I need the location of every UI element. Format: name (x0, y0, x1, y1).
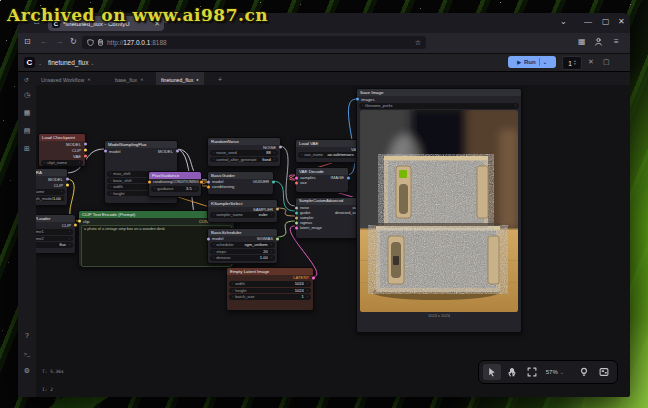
output-port[interactable] (66, 184, 69, 187)
widget-sampler-name[interactable]: sampler_nameeuler (210, 212, 275, 218)
widget-height[interactable]: height1024 (229, 288, 311, 294)
bookmark-star-icon[interactable]: ☆ (415, 39, 421, 46)
reload-icon[interactable]: ↻ (70, 37, 77, 46)
input-port[interactable] (295, 216, 298, 219)
input-port[interactable] (295, 226, 298, 229)
logo-chevron-icon[interactable]: ⌄ (38, 60, 42, 66)
node-canvas[interactable]: Load Checkpoint MODEL CLIP VAE ckpt_name… (36, 85, 630, 397)
node-empty-latent-image[interactable]: Empty Latent Image LATENT width1024 heig… (226, 267, 314, 311)
queue-icon[interactable]: ◷ (18, 91, 36, 99)
forward-icon[interactable]: → (55, 37, 63, 46)
input-port[interactable] (295, 176, 298, 179)
maximize-icon[interactable]: ▢ (602, 17, 610, 26)
cancel-run-icon[interactable]: ✕ (588, 58, 594, 66)
node-basic-scheduler[interactable]: BasicScheduler modelSIGMAS schedulersgm_… (207, 228, 278, 264)
widget-filename-prefix[interactable]: filename_prefix (359, 103, 519, 109)
widget-strength-model[interactable]: strength_model1.00 (36, 196, 65, 202)
input-port[interactable] (207, 180, 210, 183)
pan-tool-button[interactable] (503, 364, 521, 380)
menu-icon[interactable]: ≡ (614, 37, 619, 46)
output-port[interactable] (84, 143, 87, 146)
widget-lora-name[interactable]: lora_name (36, 189, 65, 195)
node-dualclip-loader[interactable]: DualCLIPLoader CLIP clip_name1 clip_name… (36, 214, 76, 254)
url-bar[interactable]: http://127.0.0.1:8188 ☆ (82, 36, 426, 49)
minimap-button[interactable] (595, 364, 613, 380)
back-icon[interactable]: ← (40, 37, 48, 46)
input-port[interactable] (104, 150, 107, 153)
node-save-image[interactable]: Save Image images filename_prefix (356, 88, 522, 333)
output-port[interactable] (347, 176, 350, 179)
fit-view-button[interactable] (523, 364, 541, 380)
window-close-icon[interactable]: ✕ (618, 17, 625, 26)
input-port[interactable] (295, 221, 298, 224)
run-button[interactable]: ▶ Run ⌄ (508, 56, 556, 68)
terminal-icon[interactable]: >_ (18, 351, 36, 357)
shield-icon[interactable] (87, 39, 94, 46)
output-port[interactable] (176, 150, 179, 153)
extensions-icon[interactable]: ▦ (578, 37, 586, 46)
node-ksampler-select[interactable]: KSamplerSelect SAMPLER sampler_nameeuler (207, 199, 278, 223)
workflows-icon[interactable]: ⊞ (18, 145, 36, 153)
widget-scheduler[interactable]: schedulersgm_uniform (210, 242, 275, 248)
workflow-history-icon[interactable]: ↺ (24, 76, 29, 83)
output-port[interactable] (312, 276, 315, 279)
queue-panel-icon[interactable]: ▢ (603, 58, 610, 66)
batch-count-input[interactable]: 1 ▴▾ (562, 56, 582, 70)
zoom-level-dropdown[interactable]: 57%⌄ (543, 369, 567, 375)
tab-close-icon[interactable]: ✕ (87, 77, 90, 82)
decrement-icon[interactable]: ▾ (574, 63, 576, 66)
settings-gear-icon[interactable]: ⚙ (18, 367, 36, 375)
widget-noise-seed[interactable]: noise_seed88 (210, 150, 278, 156)
output-port[interactable] (276, 237, 279, 240)
output-port[interactable] (74, 224, 77, 227)
output-port[interactable] (84, 155, 87, 158)
minimize-icon[interactable]: — (584, 17, 592, 26)
widget-guidance[interactable]: guidance3.5 (151, 186, 199, 192)
node-library-icon[interactable]: ▦ (18, 109, 36, 117)
input-port[interactable] (356, 98, 359, 101)
widget-ckpt-name[interactable]: ckpt_name (41, 160, 83, 166)
output-port[interactable] (84, 149, 87, 152)
output-port[interactable] (200, 181, 203, 184)
list-tabs-icon[interactable]: ⌄ (560, 17, 567, 26)
widget-width[interactable]: width1024 (229, 281, 311, 287)
widget-vae-name[interactable]: vae_nameae.safetensors (298, 152, 361, 158)
node-flux-guidance[interactable]: FluxGuidance conditioningCONDITIONING gu… (148, 171, 202, 197)
node-load-lora[interactable]: Load LoRA MODEL CLIP lora_name strength_… (36, 168, 68, 206)
account-icon[interactable] (594, 37, 603, 46)
output-port[interactable] (276, 208, 279, 211)
input-port[interactable] (78, 220, 81, 223)
input-port[interactable] (295, 206, 298, 209)
node-random-noise[interactable]: RandomNoise NOISE noise_seed88 control_a… (207, 137, 281, 167)
workflow-name[interactable]: finetuned_flux ⌄ (48, 59, 95, 66)
help-icon[interactable]: ? (18, 332, 36, 339)
input-port[interactable] (207, 237, 210, 240)
tab-close-icon[interactable]: ✕ (140, 77, 143, 82)
select-tool-button[interactable] (483, 364, 501, 380)
node-basic-guider[interactable]: BasicGuider modelGUIDER conditioning (207, 171, 274, 195)
input-port[interactable] (207, 185, 210, 188)
toggle-lights-button[interactable] (575, 364, 593, 380)
batch-count-stepper[interactable]: ▴▾ (574, 60, 576, 66)
widget-clip-name1[interactable]: clip_name1 (36, 229, 73, 235)
output-port[interactable] (272, 180, 275, 183)
output-port[interactable] (66, 178, 69, 181)
comfyui-logo[interactable]: C (24, 57, 35, 68)
firefox-view-icon[interactable]: ⊡ (24, 37, 31, 46)
widget-batch-size[interactable]: batch_size1 (229, 294, 311, 300)
add-workflow-icon[interactable]: + (218, 76, 222, 83)
widget-denoise[interactable]: denoise1.00 (210, 255, 275, 261)
output-port[interactable] (279, 146, 282, 149)
input-port[interactable] (295, 211, 298, 214)
input-port[interactable] (295, 181, 298, 184)
widget-steps[interactable]: steps20 (210, 249, 275, 255)
widget-clip-name2[interactable]: clip_name2 (36, 236, 73, 242)
page-info-icon[interactable] (97, 39, 104, 46)
widget-control-after-generate[interactable]: control_after_generatefixed (210, 157, 278, 163)
node-vae-decode[interactable]: VAE Decode samplesIMAGE vae (295, 167, 349, 193)
node-load-vae[interactable]: Load VAE VAE vae_nameae.safetensors (295, 139, 364, 163)
widget-type[interactable]: typeflux (36, 242, 73, 248)
run-options-chevron-icon[interactable]: ⌄ (543, 59, 547, 65)
model-library-icon[interactable]: ▤ (18, 127, 36, 135)
input-port[interactable] (148, 181, 151, 184)
